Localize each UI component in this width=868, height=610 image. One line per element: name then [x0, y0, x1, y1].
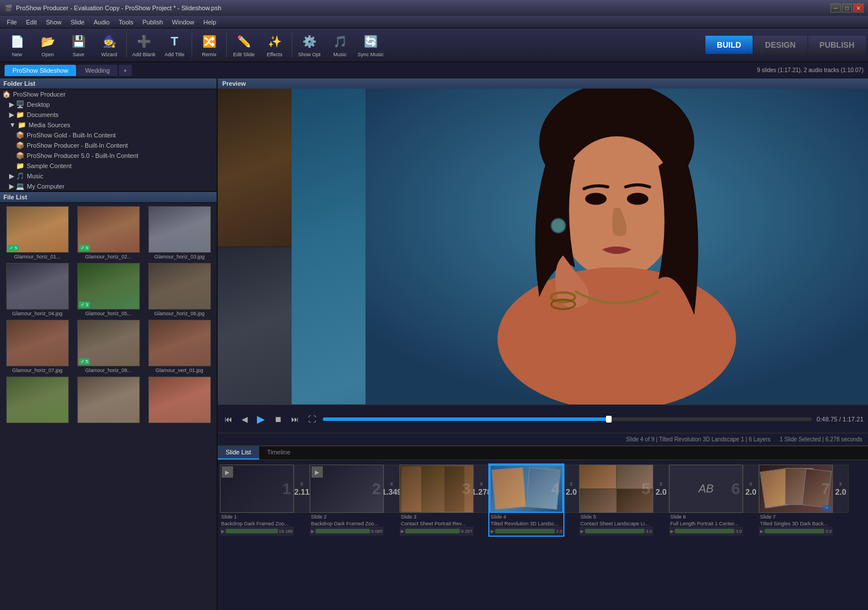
- tree-item-desktop[interactable]: ▶ 🖥️ Desktop: [0, 99, 217, 110]
- transition-7-8[interactable]: ⧖ 2.0: [833, 465, 849, 513]
- tab-proshow-slideshow[interactable]: ProShow Slideshow: [5, 65, 76, 76]
- slide-duration-bar-6: [675, 529, 734, 533]
- slide-item-5[interactable]: 5 Slide 5 Contact Sheet Landscape Li... …: [579, 465, 653, 536]
- project-tabs-row: ProShow Slideshow Wedding + 9 slides (1:…: [0, 62, 868, 78]
- file-item-glamour08[interactable]: ✓ 5 Glamour_horiz_08...: [73, 319, 143, 374]
- thumbnail-glamour05: ✓ 3: [77, 263, 140, 310]
- slide-count-info: 9 slides (1:17.21), 2 audio tracks (1:10…: [757, 67, 863, 73]
- remix-button[interactable]: 🔀 Remix: [194, 30, 224, 60]
- file-item-12[interactable]: [144, 375, 214, 425]
- file-name: Glamour_horiz_07.jpg: [6, 367, 69, 373]
- save-button[interactable]: 💾 Save: [64, 30, 93, 60]
- editslide-button[interactable]: ✏️ Edit Slide: [229, 30, 259, 60]
- tab-slide-list[interactable]: Slide List: [218, 446, 259, 459]
- slide-play-2[interactable]: ▶: [311, 529, 314, 534]
- menu-window[interactable]: Window: [168, 18, 199, 27]
- slide-inner-img-3a: [401, 466, 421, 512]
- new-button[interactable]: 📄 New: [2, 30, 32, 60]
- addblank-button[interactable]: ➕ Add Blank: [129, 30, 159, 60]
- tree-item-proshow-producer[interactable]: 🏠 ProShow Producer: [0, 89, 217, 99]
- file-item-11[interactable]: [73, 375, 143, 425]
- step-back-button[interactable]: ◀: [239, 412, 250, 426]
- slide-play-6[interactable]: ▶: [670, 529, 674, 534]
- tree-item-psproducer50[interactable]: 📦 ProShow Producer 5.0 - Built-In Conten…: [0, 151, 217, 161]
- tab-add-button[interactable]: +: [119, 65, 131, 76]
- file-item-glamour07[interactable]: Glamour_horiz_07.jpg: [2, 319, 72, 374]
- transition-2-3[interactable]: ⧖ 1.349: [384, 465, 400, 513]
- play-button[interactable]: ▶: [255, 411, 267, 428]
- slide-thumb-wrap-4: 4: [489, 465, 563, 513]
- syncmusic-button[interactable]: 🔄 Sync Music: [356, 30, 385, 60]
- restore-button[interactable]: □: [842, 3, 852, 12]
- build-button[interactable]: BUILD: [705, 36, 753, 54]
- wizard-button[interactable]: 🧙 Wizard: [94, 30, 124, 60]
- slide-item-7[interactable]: 7 → Slide 7 Tilted Singles 3D Dark Back.…: [759, 465, 833, 536]
- stop-button[interactable]: ⏹: [272, 412, 284, 426]
- slide-play-1[interactable]: ▶: [221, 529, 225, 534]
- tree-item-music[interactable]: ▶ 🎵 Music: [0, 171, 217, 181]
- file-name: Glamour_horiz_02...: [77, 254, 140, 260]
- thumbnail-glamour01: ✓ 5: [6, 206, 69, 253]
- content-icon: 📦: [16, 141, 24, 149]
- slide-item-2[interactable]: ▶ 2 Slide 2 Backdrop Dark Framed Zoo... …: [310, 465, 384, 536]
- open-button[interactable]: 📂 Open: [33, 30, 63, 60]
- folder-icon: 🏠: [2, 90, 11, 98]
- close-button[interactable]: ✕: [853, 3, 863, 12]
- slide-dur-text-6: 3.0: [736, 529, 742, 534]
- fullscreen-button[interactable]: ⛶: [306, 412, 318, 426]
- slide-num-big-3: 3: [462, 480, 471, 498]
- slide-item-1[interactable]: ▶ 1 Slide 1 Backdrop Dark Framed Zoo... …: [220, 465, 294, 536]
- publish-button[interactable]: PUBLISH: [808, 36, 866, 54]
- effects-button[interactable]: ✨ Effects: [260, 30, 289, 60]
- transition-5-6[interactable]: ⧖ 2.0: [653, 465, 669, 513]
- slide-play-7[interactable]: ▶: [760, 529, 763, 534]
- tree-item-psproducer[interactable]: 📦 ProShow Producer - Built-In Content: [0, 140, 217, 151]
- design-button[interactable]: DESIGN: [754, 36, 807, 54]
- file-item-glamour-vert01[interactable]: Glamour_vert_01.jpg: [144, 319, 214, 374]
- menu-audio[interactable]: Audio: [89, 18, 114, 27]
- file-item-glamour06[interactable]: Glamour_horiz_06.jpg: [144, 262, 214, 317]
- file-name: Glamour_horiz_03.jpg: [148, 254, 211, 260]
- tree-item-media-sources[interactable]: ▼ 📁 Media Sources: [0, 120, 217, 130]
- transition-4-5[interactable]: ⧖ 2.0: [563, 465, 579, 513]
- progress-thumb: [606, 416, 612, 423]
- file-item-glamour04[interactable]: Glamour_horiz_04.jpg: [2, 262, 72, 317]
- menu-publish[interactable]: Publish: [138, 18, 168, 27]
- addtitle-button[interactable]: T Add Title: [160, 30, 189, 60]
- file-item-glamour02[interactable]: ✓ 9 Glamour_horiz_02...: [73, 205, 143, 261]
- slide-item-3[interactable]: 3 Slide 3 Contact Sheet Portrait Rev... …: [400, 465, 474, 536]
- file-item-glamour01[interactable]: ✓ 5 Glamour_horiz_01...: [2, 205, 72, 261]
- menu-file[interactable]: File: [2, 18, 22, 27]
- transition-1-2[interactable]: ⧖ 12.117: [294, 465, 310, 513]
- minimize-button[interactable]: ─: [830, 3, 841, 12]
- menu-slide[interactable]: Slide: [66, 18, 89, 27]
- menu-tools[interactable]: Tools: [114, 18, 138, 27]
- file-item-glamour03[interactable]: Glamour_horiz_03.jpg: [144, 205, 214, 261]
- skip-forward-button[interactable]: ⏭: [289, 412, 301, 426]
- menu-edit[interactable]: Edit: [22, 18, 41, 27]
- slide-item-6[interactable]: AB 6 Slide 6 Full Length Portrait 1 Cent…: [669, 465, 743, 536]
- slide-num-big-1: 1: [282, 480, 291, 498]
- slide-dur-text-7: 3.0: [825, 529, 832, 534]
- tree-item-psgold[interactable]: 📦 ProShow Gold - Built-In Content: [0, 130, 217, 140]
- slide-play-4[interactable]: ▶: [491, 529, 494, 534]
- tab-wedding[interactable]: Wedding: [77, 65, 118, 76]
- tab-timeline[interactable]: Timeline: [259, 446, 298, 459]
- tree-item-documents[interactable]: ▶ 📁 Documents: [0, 110, 217, 120]
- menu-show[interactable]: Show: [41, 18, 67, 27]
- music-button[interactable]: 🎵 Music: [325, 30, 355, 60]
- slide-play-5[interactable]: ▶: [580, 529, 584, 534]
- transition-3-4[interactable]: ⧖ 1.278: [474, 465, 489, 513]
- file-item-glamour05[interactable]: ✓ 3 Glamour_horiz_05...: [73, 262, 143, 317]
- file-item-10[interactable]: [2, 375, 72, 425]
- tree-item-mycomputer[interactable]: ▶ 💻 My Computer: [0, 181, 217, 191]
- progress-bar[interactable]: [323, 417, 812, 421]
- tree-item-sample[interactable]: 📁 Sample Content: [0, 161, 217, 171]
- slide-play-3[interactable]: ▶: [401, 529, 404, 534]
- skip-back-button[interactable]: ⏮: [222, 412, 235, 426]
- thumbnail-glamour08: ✓ 5: [77, 320, 140, 366]
- menu-help[interactable]: Help: [199, 18, 221, 27]
- showopt-button[interactable]: ⚙️ Show Opt: [294, 30, 324, 60]
- transition-6-7[interactable]: ⧖ 2.0: [743, 465, 759, 513]
- slide-item-4[interactable]: 4 Slide 4 Tilted Revolution 3D Landsc...…: [489, 465, 563, 536]
